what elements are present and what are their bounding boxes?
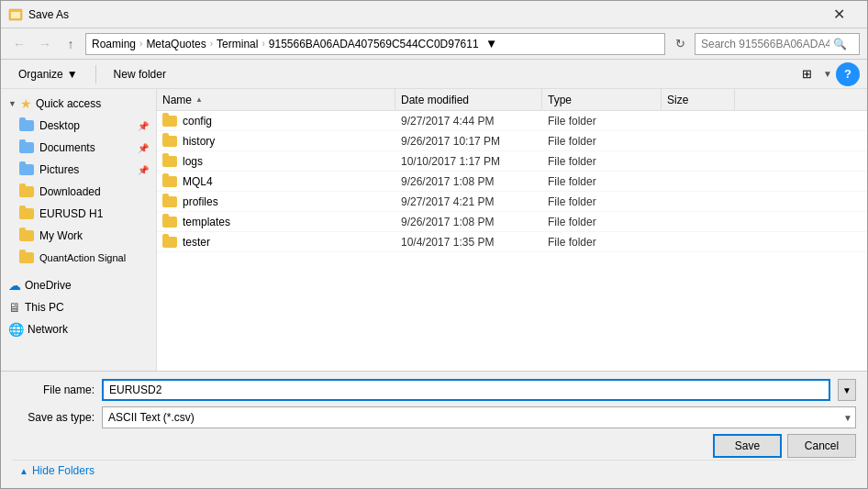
file-type-cell: File folder: [542, 111, 662, 130]
quantaction-label: QuantAction Signal: [39, 252, 126, 263]
hide-folders-row[interactable]: ▲ Hide Folders: [12, 460, 856, 481]
file-list-header: Name ▲ Date modified Type Size: [157, 89, 867, 111]
file-date-cell: 9/26/2017 1:08 PM: [395, 212, 542, 231]
onedrive-header[interactable]: ☁ OneDrive: [1, 274, 156, 296]
header-date[interactable]: Date modified: [395, 89, 542, 110]
address-dropdown-button[interactable]: ▼: [483, 33, 501, 55]
sidebar-item-desktop[interactable]: Desktop 📌: [1, 115, 156, 137]
sidebar-item-mywork[interactable]: My Work: [1, 225, 156, 247]
table-row[interactable]: MQL4 9/26/2017 1:08 PM File folder: [157, 172, 867, 192]
close-button[interactable]: ✕: [818, 1, 860, 28]
sidebar-item-pictures[interactable]: Pictures 📌: [1, 159, 156, 181]
search-icon: 🔍: [833, 38, 847, 50]
organize-chevron: ▼: [67, 68, 78, 81]
eurusd-folder-icon: [19, 208, 34, 219]
sidebar-item-downloaded[interactable]: Downloaded: [1, 181, 156, 203]
file-date-cell: 9/27/2017 4:44 PM: [395, 111, 542, 130]
dialog-icon: [8, 7, 23, 22]
downloaded-folder-icon: [19, 186, 34, 197]
file-size-cell: [662, 131, 735, 150]
file-date-cell: 10/10/2017 1:17 PM: [395, 151, 542, 171]
filename-dropdown-button[interactable]: ▼: [838, 379, 856, 401]
pictures-pin-icon: 📌: [138, 165, 149, 175]
title-bar-text: Save As: [28, 8, 69, 21]
path-sep-3: ›: [262, 39, 264, 49]
onedrive-label: OneDrive: [25, 279, 72, 292]
header-name[interactable]: Name ▲: [157, 89, 395, 110]
table-row[interactable]: profiles 9/27/2017 4:21 PM File folder: [157, 192, 867, 212]
path-sep-1: ›: [139, 39, 142, 49]
sidebar-item-documents[interactable]: Documents 📌: [1, 137, 156, 159]
bottom-actions: Save Cancel: [12, 434, 856, 458]
sidebar: ▼ ★ Quick access Desktop 📌 Documents 📌 P…: [1, 89, 157, 371]
quick-access-icon: ★: [20, 96, 32, 111]
address-path[interactable]: Roaming › MetaQuotes › Terminal › 915566…: [85, 33, 665, 55]
forward-button[interactable]: →: [34, 33, 56, 55]
organize-button[interactable]: Organize ▼: [8, 62, 88, 86]
documents-folder-icon: [19, 142, 34, 153]
chevron-up-icon: ▲: [19, 466, 28, 476]
save-as-dialog: Save As ✕ ← → ↑ Roaming › MetaQuotes › T…: [0, 0, 868, 489]
back-button[interactable]: ←: [8, 33, 30, 55]
refresh-button[interactable]: ↻: [669, 33, 691, 55]
header-size[interactable]: Size: [662, 89, 735, 110]
file-size-cell: [662, 212, 735, 231]
table-row[interactable]: logs 10/10/2017 1:17 PM File folder: [157, 151, 867, 172]
view-button[interactable]: ⊞: [794, 62, 819, 86]
cancel-button[interactable]: Cancel: [787, 434, 856, 458]
title-bar: Save As ✕: [1, 1, 867, 28]
savetype-row: Save as type: ASCII Text (*.csv) ▼: [12, 406, 856, 428]
quick-access-header[interactable]: ▼ ★ Quick access: [1, 93, 156, 115]
expand-arrow: ▼: [8, 99, 17, 108]
thispc-header[interactable]: 🖥 This PC: [1, 296, 156, 318]
documents-label: Documents: [39, 141, 95, 154]
filename-label: File name:: [12, 383, 95, 396]
pictures-folder-icon: [19, 164, 34, 175]
mywork-folder-icon: [19, 230, 34, 241]
sidebar-item-eurusd[interactable]: EURUSD H1: [1, 203, 156, 225]
eurusd-label: EURUSD H1: [39, 207, 103, 220]
file-type-cell: File folder: [542, 151, 662, 171]
up-button[interactable]: ↑: [60, 33, 82, 55]
help-button[interactable]: ?: [836, 62, 860, 86]
savetype-select[interactable]: ASCII Text (*.csv): [102, 406, 856, 428]
file-name-cell: profiles: [157, 192, 395, 211]
table-row[interactable]: templates 9/26/2017 1:08 PM File folder: [157, 212, 867, 232]
toolbar: Organize ▼ New folder ⊞ ▼ ?: [1, 60, 867, 89]
file-name-cell: history: [157, 131, 395, 150]
header-name-label: Name: [162, 94, 192, 106]
savetype-wrapper: ASCII Text (*.csv) ▼: [102, 406, 856, 428]
search-input[interactable]: [701, 38, 829, 50]
view-dropdown[interactable]: ▼: [823, 69, 832, 79]
filename-input[interactable]: [102, 379, 830, 401]
file-name-text: profiles: [183, 195, 218, 208]
path-id: 915566BA06ADA407569C544CC0D97611: [269, 38, 479, 50]
onedrive-icon: ☁: [8, 278, 21, 293]
file-type-cell: File folder: [542, 192, 662, 211]
sort-arrow: ▲: [195, 95, 203, 104]
network-header[interactable]: 🌐 Network: [1, 318, 156, 340]
header-type[interactable]: Type: [542, 89, 662, 110]
file-size-cell: [662, 172, 735, 191]
quantaction-folder-icon: [19, 252, 34, 263]
save-button[interactable]: Save: [713, 434, 782, 458]
toolbar-separator: [95, 65, 96, 83]
documents-pin-icon: 📌: [138, 143, 149, 153]
file-name-text: history: [183, 135, 215, 148]
header-date-label: Date modified: [401, 94, 469, 106]
sidebar-item-quantaction[interactable]: QuantAction Signal: [1, 247, 156, 269]
thispc-label: This PC: [25, 301, 64, 314]
new-folder-button[interactable]: New folder: [104, 62, 176, 86]
file-type-cell: File folder: [542, 131, 662, 150]
table-row[interactable]: tester 10/4/2017 1:35 PM File folder: [157, 232, 867, 252]
file-name-cell: logs: [157, 151, 395, 171]
file-type-cell: File folder: [542, 172, 662, 191]
search-box: 🔍: [695, 33, 860, 55]
file-name-cell: config: [157, 111, 395, 130]
table-row[interactable]: history 9/26/2017 10:17 PM File folder: [157, 131, 867, 151]
path-roaming: Roaming: [92, 38, 136, 50]
pictures-label: Pictures: [39, 163, 79, 176]
table-row[interactable]: config 9/27/2017 4:44 PM File folder: [157, 111, 867, 131]
main-content: ▼ ★ Quick access Desktop 📌 Documents 📌 P…: [1, 89, 867, 371]
filename-row: File name: ▼: [12, 379, 856, 401]
